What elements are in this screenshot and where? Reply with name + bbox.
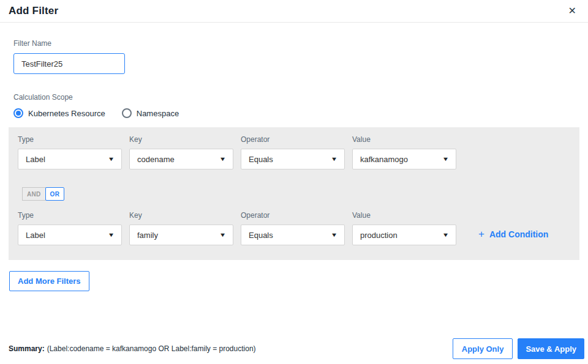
condition-field-value: Value kafkanamogo ▼ (352, 135, 456, 169)
condition-field-type: Type Label ▼ (18, 211, 122, 245)
conditions-panel: Type Label ▼ Key codename ▼ Operator Equ… (9, 127, 579, 260)
operator-dropdown[interactable]: Equals ▼ (241, 225, 345, 245)
radio-unselected-icon[interactable] (122, 108, 132, 118)
modal-footer: Summary:(Label:codename = kafkanamogo OR… (0, 338, 588, 359)
chevron-down-icon: ▼ (219, 156, 227, 162)
add-condition-link[interactable]: + Add Condition (478, 228, 548, 240)
key-dropdown[interactable]: family ▼ (129, 225, 233, 245)
condition-field-key: Key family ▼ (129, 211, 233, 245)
operator-label: Operator (241, 135, 345, 144)
add-more-filters-button[interactable]: Add More Filters (9, 271, 89, 291)
modal-header: Add Filter ✕ (0, 0, 588, 23)
plus-icon: + (478, 228, 484, 240)
chevron-down-icon: ▼ (108, 156, 115, 162)
key-label: Key (129, 135, 233, 144)
type-label: Type (18, 211, 122, 220)
footer-buttons: Apply Only Save & Apply (453, 338, 584, 359)
condition-field-operator: Operator Equals ▼ (241, 211, 345, 245)
value-label: Value (352, 211, 456, 220)
radio-label: Kubernetes Resource (28, 109, 105, 118)
calculation-scope-label: Calculation Scope (13, 93, 588, 102)
chevron-down-icon: ▼ (219, 232, 227, 238)
condition-field-key: Key codename ▼ (129, 135, 233, 169)
filter-name-section: Filter Name (13, 39, 588, 74)
type-dropdown[interactable]: Label ▼ (18, 225, 122, 245)
key-dropdown[interactable]: codename ▼ (129, 149, 233, 169)
summary: Summary:(Label:codename = kafkanamogo OR… (9, 344, 256, 353)
key-label: Key (129, 211, 233, 220)
scope-radio-group: Kubernetes Resource Namespace (13, 108, 588, 118)
value-dropdown[interactable]: production ▼ (352, 225, 456, 245)
operator-dropdown[interactable]: Equals ▼ (241, 149, 345, 169)
close-icon[interactable]: ✕ (566, 5, 579, 17)
dropdown-value: codename (137, 155, 175, 164)
summary-text: (Label:codename = kafkanamogo OR Label:f… (47, 344, 256, 353)
radio-option-kubernetes-resource[interactable]: Kubernetes Resource (13, 108, 105, 118)
operator-label: Operator (241, 211, 345, 220)
calculation-scope-section: Calculation Scope Kubernetes Resource Na… (13, 93, 588, 118)
page-title: Add Filter (9, 5, 58, 17)
condition-field-operator: Operator Equals ▼ (241, 135, 345, 169)
filter-name-input[interactable] (13, 53, 125, 74)
type-label: Type (18, 135, 122, 144)
type-dropdown[interactable]: Label ▼ (18, 149, 122, 169)
radio-option-namespace[interactable]: Namespace (122, 108, 179, 118)
condition-field-type: Type Label ▼ (18, 135, 122, 169)
dropdown-value: Equals (249, 155, 273, 164)
apply-only-button[interactable]: Apply Only (453, 338, 513, 359)
dropdown-value: Label (26, 155, 45, 164)
save-apply-button[interactable]: Save & Apply (518, 338, 584, 359)
dropdown-value: family (137, 231, 158, 240)
dropdown-value: kafkanamogo (360, 155, 408, 164)
chevron-down-icon: ▼ (442, 232, 450, 238)
value-label: Value (352, 135, 456, 144)
add-condition-label: Add Condition (489, 229, 548, 239)
summary-label: Summary: (9, 344, 45, 353)
dropdown-value: production (360, 231, 398, 240)
radio-label: Namespace (137, 109, 179, 118)
condition-row-1: Type Label ▼ Key codename ▼ Operator Equ… (18, 135, 579, 169)
dropdown-value: Equals (249, 231, 273, 240)
chevron-down-icon: ▼ (442, 156, 450, 162)
filter-name-label: Filter Name (13, 39, 588, 48)
chevron-down-icon: ▼ (108, 232, 115, 238)
dropdown-value: Label (26, 231, 45, 240)
chevron-down-icon: ▼ (331, 232, 338, 238)
condition-field-value: Value production ▼ (352, 211, 456, 245)
chevron-down-icon: ▼ (331, 156, 338, 162)
radio-selected-icon[interactable] (13, 108, 23, 118)
logic-toggle: AND OR (22, 187, 64, 201)
and-toggle-button[interactable]: AND (22, 187, 46, 201)
value-dropdown[interactable]: kafkanamogo ▼ (352, 149, 456, 169)
or-toggle-button[interactable]: OR (45, 187, 65, 201)
condition-row-2: Type Label ▼ Key family ▼ Operator Equal… (18, 211, 579, 245)
